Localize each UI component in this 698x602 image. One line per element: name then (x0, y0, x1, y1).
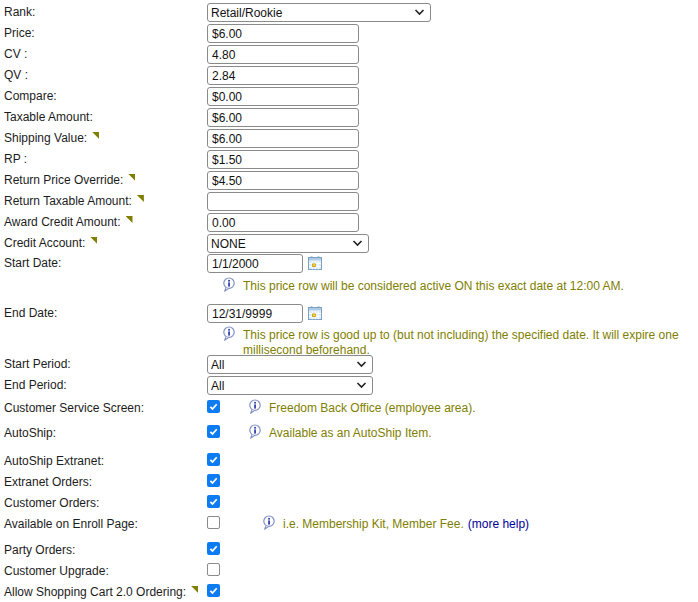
calendar-icon[interactable] (308, 256, 322, 270)
price-row-edit-form: Rank: Retail/Rookie Price: CV : QV : Com… (0, 0, 698, 602)
customer-service-screen-info-text: Freedom Back Office (employee area). (269, 399, 476, 416)
taxable-amount-input[interactable] (207, 108, 359, 127)
available-on-enroll-page-checkbox[interactable] (207, 516, 220, 529)
customer-orders-label: Customer Orders: (4, 496, 99, 510)
party-orders-checkbox[interactable] (207, 542, 220, 555)
autoship-extranet-label: AutoShip Extranet: (4, 454, 104, 468)
customer-service-screen-checkbox[interactable] (207, 400, 220, 413)
more-help-link[interactable]: (more help) (468, 517, 529, 531)
start-period-select[interactable]: All (207, 355, 373, 374)
start-date-input[interactable] (207, 254, 303, 273)
return-price-override-input[interactable] (207, 171, 359, 190)
calendar-icon[interactable] (308, 306, 322, 320)
extranet-orders-label: Extranet Orders: (4, 475, 92, 489)
allow-shopping-cart-ordering-label: Allow Shopping Cart 2.0 Ordering: (4, 585, 186, 599)
shipping-value-label: Shipping Value: (4, 131, 87, 145)
autoship-label: AutoShip: (4, 426, 56, 440)
check-icon (208, 496, 219, 507)
start-period-label: Start Period: (4, 357, 71, 371)
info-balloon-icon (248, 399, 262, 414)
check-icon (208, 401, 219, 412)
award-credit-amount-input[interactable] (207, 213, 359, 232)
change-marker-icon (128, 174, 135, 181)
return-price-override-label: Return Price Override: (4, 173, 123, 187)
price-label: Price: (4, 26, 35, 40)
award-credit-amount-label: Award Credit Amount: (4, 215, 121, 229)
info-balloon-icon (248, 424, 262, 439)
autoship-checkbox[interactable] (207, 425, 220, 438)
end-period-label: End Period: (4, 378, 67, 392)
extranet-orders-checkbox[interactable] (207, 474, 220, 487)
end-date-info-text: This price row is good up to (but not in… (243, 326, 695, 358)
credit-account-label: Credit Account: (4, 236, 85, 250)
return-taxable-amount-label: Return Taxable Amount: (4, 194, 132, 208)
check-icon (208, 454, 219, 465)
check-icon (208, 543, 219, 554)
change-marker-icon (90, 237, 97, 244)
price-input[interactable] (207, 24, 359, 43)
info-balloon-icon (222, 326, 236, 341)
end-period-select[interactable]: All (207, 376, 373, 395)
allow-shopping-cart-ordering-checkbox[interactable] (207, 584, 220, 597)
cv-label: CV : (4, 47, 27, 61)
available-on-enroll-page-label: Available on Enroll Page: (4, 517, 138, 531)
change-marker-icon (191, 586, 198, 593)
info-balloon-icon (262, 515, 276, 530)
rank-label: Rank: (4, 5, 35, 19)
autoship-extranet-checkbox[interactable] (207, 453, 220, 466)
end-date-input[interactable] (207, 304, 303, 323)
customer-orders-checkbox[interactable] (207, 495, 220, 508)
change-marker-icon (92, 132, 99, 139)
start-date-label: Start Date: (4, 256, 61, 270)
change-marker-icon (126, 216, 133, 223)
check-icon (208, 585, 219, 596)
rp-input[interactable] (207, 150, 359, 169)
party-orders-label: Party Orders: (4, 543, 75, 557)
qv-label: QV : (4, 68, 28, 82)
info-balloon-icon (222, 277, 236, 292)
start-date-info-text: This price row will be considered active… (243, 277, 624, 294)
check-icon (208, 426, 219, 437)
shipping-value-input[interactable] (207, 129, 359, 148)
credit-account-select[interactable]: NONE (207, 234, 369, 253)
customer-service-screen-label: Customer Service Screen: (4, 401, 144, 415)
cv-input[interactable] (207, 45, 359, 64)
rank-select[interactable]: Retail/Rookie (207, 3, 431, 22)
customer-upgrade-label: Customer Upgrade: (4, 564, 109, 578)
return-taxable-amount-input[interactable] (207, 192, 359, 211)
qv-input[interactable] (207, 66, 359, 85)
enroll-page-info-text: i.e. Membership Kit, Member Fee. (283, 517, 464, 531)
rp-label: RP : (4, 152, 27, 166)
autoship-info-text: Available as an AutoShip Item. (269, 424, 432, 441)
customer-upgrade-checkbox[interactable] (207, 563, 220, 576)
change-marker-icon (137, 195, 144, 202)
taxable-amount-label: Taxable Amount: (4, 110, 93, 124)
end-date-label: End Date: (4, 306, 57, 320)
check-icon (208, 475, 219, 486)
compare-input[interactable] (207, 87, 359, 106)
compare-label: Compare: (4, 89, 57, 103)
